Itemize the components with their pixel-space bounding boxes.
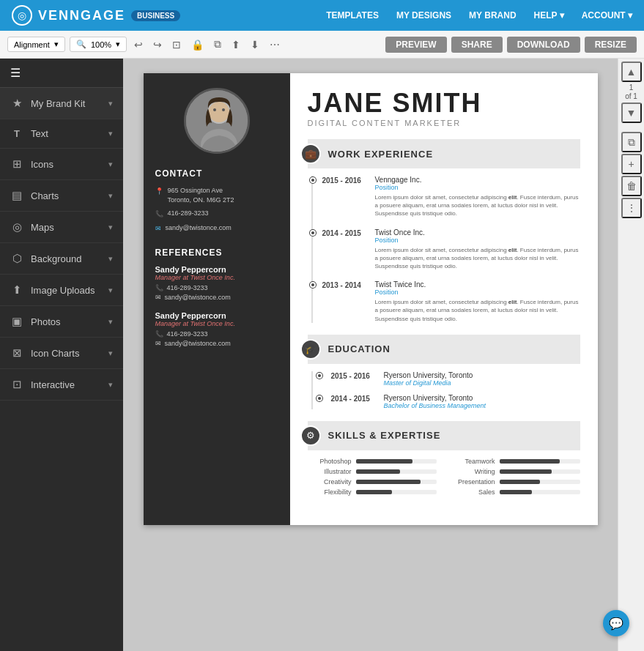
toolbar-left: Alignment ▾ 🔍 100% ▾ ↩ ↪ ⊡ 🔒 ⧉ ⬆ ⬇ ⋯ bbox=[7, 37, 381, 52]
sidebar-item-maps[interactable]: ◎ Maps ▾ bbox=[0, 212, 123, 243]
references-title: REFERENCES bbox=[155, 248, 278, 258]
email-icon: ✉ bbox=[155, 340, 161, 347]
sidebar-item-brand-kit[interactable]: ★ My Brand Kit ▾ bbox=[0, 88, 123, 119]
sidebar-item-image-uploads[interactable]: ⬆ Image Uploads ▾ bbox=[0, 275, 123, 306]
panel-delete-button[interactable]: 🗑 bbox=[621, 176, 642, 196]
ref2-name: Sandy Peppercorn bbox=[155, 311, 278, 320]
work-item-3: 2013 - 2014 Twist Twice Inc. Position Lo… bbox=[317, 280, 580, 323]
sidebar-header: ☰ bbox=[0, 59, 123, 88]
sidebar-label-icon-charts: Icon Charts bbox=[31, 348, 79, 359]
skill-item: Photoshop bbox=[308, 458, 437, 465]
sidebar-item-text[interactable]: T Text ▾ bbox=[0, 119, 123, 149]
work-experience-icon: 💼 bbox=[300, 144, 321, 164]
resize-button[interactable]: RESIZE bbox=[585, 37, 637, 53]
arrange-up-button[interactable]: ⬆ bbox=[229, 37, 243, 52]
canvas-area[interactable]: CONTACT 📍 965 Ossington AveToronto, ON. … bbox=[123, 59, 618, 651]
crop-button[interactable]: ⊡ bbox=[169, 37, 184, 52]
share-button[interactable]: SHARE bbox=[451, 37, 503, 53]
sidebar-item-icons[interactable]: ⊞ Icons ▾ bbox=[0, 149, 123, 180]
contact-title: CONTACT bbox=[155, 168, 278, 179]
sidebar-label-brand-kit: My Brand Kit bbox=[31, 98, 85, 109]
page-indicator: 1 of 1 bbox=[625, 83, 637, 101]
skill-name: Flexibility bbox=[308, 488, 352, 496]
skill-bar-fill bbox=[500, 469, 552, 474]
svg-point-3 bbox=[209, 102, 229, 122]
panel-copy-button[interactable]: ⧉ bbox=[621, 132, 642, 152]
skill-bar bbox=[500, 459, 580, 464]
sidebar-label-maps: Maps bbox=[31, 222, 54, 233]
skills-title: SKILLS & EXPERTISE bbox=[328, 430, 441, 441]
skill-bar bbox=[356, 469, 437, 474]
skill-item: Flexibility bbox=[308, 488, 437, 496]
ref2-phone: 📞 416-289-3233 bbox=[155, 330, 278, 338]
skill-name: Photoshop bbox=[308, 458, 352, 465]
nav-my-brand[interactable]: MY BRAND bbox=[469, 10, 516, 21]
skill-bar-fill bbox=[356, 469, 401, 474]
work-position-3: Position bbox=[375, 289, 580, 296]
copy-button[interactable]: ⧉ bbox=[211, 37, 224, 52]
hamburger-icon[interactable]: ☰ bbox=[10, 66, 21, 80]
redo-button[interactable]: ↪ bbox=[150, 37, 165, 52]
edu-year-1: 2015 - 2016 bbox=[331, 371, 375, 387]
panel-down-button[interactable]: ▼ bbox=[621, 103, 642, 123]
phone-icon: 📞 bbox=[155, 284, 163, 291]
skill-bar-fill bbox=[500, 480, 540, 484]
logo-area: ◎ VENNGAGE BUSINESS bbox=[12, 5, 180, 26]
nav-help[interactable]: HELP ▾ bbox=[534, 10, 564, 21]
download-button[interactable]: DOWNLOAD bbox=[507, 37, 580, 53]
chat-bubble[interactable]: 💬 bbox=[603, 610, 629, 636]
skill-bar-fill bbox=[500, 490, 532, 494]
nav-my-designs[interactable]: MY DESIGNS bbox=[396, 10, 451, 21]
page-total: of 1 bbox=[625, 92, 637, 101]
sidebar-item-icon-charts[interactable]: ⊠ Icon Charts ▾ bbox=[0, 338, 123, 369]
sidebar-item-charts[interactable]: ▤ Charts ▾ bbox=[0, 180, 123, 212]
top-navigation: ◎ VENNGAGE BUSINESS TEMPLATES MY DESIGNS… bbox=[0, 0, 644, 31]
preview-button[interactable]: PREVIEW bbox=[385, 37, 446, 53]
sidebar-label-photos: Photos bbox=[31, 316, 60, 327]
skill-bar bbox=[356, 459, 437, 464]
sidebar-item-background[interactable]: ⬡ Background ▾ bbox=[0, 243, 123, 275]
chevron-icon: ▾ bbox=[108, 349, 113, 358]
ref1-phone: 📞 416-289-3233 bbox=[155, 284, 278, 291]
work-desc-2: Lorem ipsum dolor sit amet, consectetur … bbox=[375, 246, 580, 271]
edu-school-1: Ryerson University, Toronto bbox=[384, 371, 580, 379]
sidebar-item-interactive[interactable]: ⊡ Interactive ▾ bbox=[0, 369, 123, 401]
more-button[interactable]: ⋯ bbox=[267, 37, 283, 52]
name-section: JANE SMITH DIGITAL CONTENT MARKETER bbox=[308, 88, 580, 127]
skills-icon: ⚙ bbox=[300, 425, 321, 446]
star-icon: ★ bbox=[10, 97, 23, 110]
skill-bar-fill bbox=[356, 480, 421, 484]
phone-icon: 📞 bbox=[155, 209, 163, 219]
skill-item: Sales bbox=[451, 488, 580, 496]
nav-templates[interactable]: TEMPLATES bbox=[326, 10, 379, 21]
undo-button[interactable]: ↩ bbox=[131, 37, 146, 52]
work-position-1: Position bbox=[375, 184, 580, 191]
logo-icon: ◎ bbox=[12, 5, 32, 26]
sidebar-label-image-uploads: Image Uploads bbox=[31, 285, 95, 296]
panel-add-button[interactable]: + bbox=[621, 154, 642, 174]
chevron-icon: ▾ bbox=[108, 317, 113, 327]
arrange-down-button[interactable]: ⬇ bbox=[248, 37, 262, 52]
zoom-dropdown[interactable]: 🔍 100% ▾ bbox=[70, 37, 127, 52]
sidebar-item-photos[interactable]: ▣ Photos ▾ bbox=[0, 306, 123, 338]
work-item-1: 2015 - 2016 Venngage Inc. Position Lorem… bbox=[317, 176, 580, 218]
nav-account[interactable]: ACCOUNT ▾ bbox=[582, 10, 632, 21]
lock-button[interactable]: 🔒 bbox=[188, 37, 207, 52]
timeline-dot bbox=[317, 395, 322, 401]
zoom-icon: 🔍 bbox=[76, 40, 86, 49]
chevron-icon: ▾ bbox=[108, 254, 113, 264]
panel-more-button[interactable]: ⋮ bbox=[621, 198, 642, 218]
panel-up-button[interactable]: ▲ bbox=[621, 62, 642, 82]
alignment-dropdown[interactable]: Alignment ▾ bbox=[7, 37, 65, 52]
education-timeline: 2015 - 2016 Ryerson University, Toronto … bbox=[308, 371, 580, 409]
skill-bar-fill bbox=[500, 459, 560, 464]
contact-email: ✉ sandy@twistonce.com bbox=[155, 223, 278, 234]
timeline-dot bbox=[310, 177, 316, 183]
page-number: 1 bbox=[625, 83, 637, 92]
skill-bar-fill bbox=[356, 490, 393, 494]
contact-section: CONTACT 📍 965 Ossington AveToronto, ON. … bbox=[155, 168, 278, 233]
ref1-email: ✉ sandy@twistonce.com bbox=[155, 294, 278, 301]
skill-item: Illustrator bbox=[308, 468, 437, 475]
references-section: REFERENCES Sandy Peppercorn Manager at T… bbox=[155, 248, 278, 347]
background-icon: ⬡ bbox=[10, 252, 23, 265]
